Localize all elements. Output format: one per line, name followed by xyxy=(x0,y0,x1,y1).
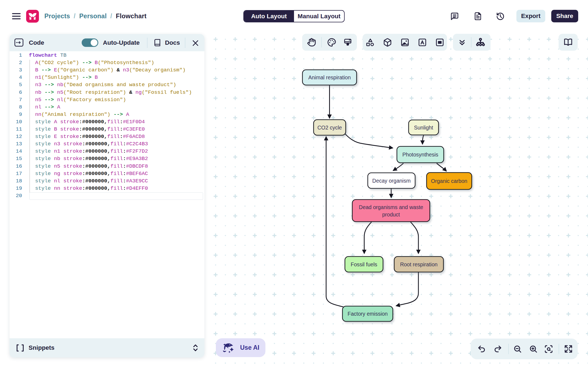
svg-text:Animal respiration: Animal respiration xyxy=(308,74,351,80)
svg-text:Fossil fuels: Fossil fuels xyxy=(351,261,377,267)
svg-text:Organic carbon: Organic carbon xyxy=(431,178,467,184)
svg-text:Root respiration: Root respiration xyxy=(400,261,438,267)
svg-text:Factory emission: Factory emission xyxy=(348,311,388,317)
svg-text:Decay organism: Decay organism xyxy=(372,178,411,184)
svg-text:Photosynthesis: Photosynthesis xyxy=(402,152,438,158)
svg-text:product: product xyxy=(382,212,400,218)
svg-text:Sunlight: Sunlight xyxy=(414,125,433,131)
svg-text:Dead organisms and waste: Dead organisms and waste xyxy=(359,204,423,210)
svg-text:CO2 cycle: CO2 cycle xyxy=(317,125,342,131)
